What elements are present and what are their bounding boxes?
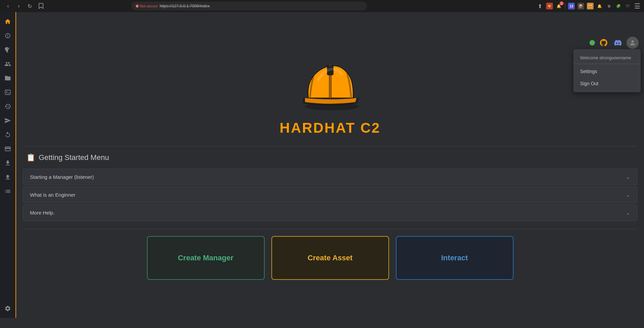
notification-icon[interactable]: 🔔 1 — [556, 3, 562, 9]
sidebar-item-tools[interactable] — [2, 44, 14, 56]
forward-button[interactable]: › — [14, 1, 24, 11]
discord-button[interactable] — [612, 37, 623, 48]
chevron-icon-2: ⌄ — [626, 209, 630, 216]
accordion-item-0: Starting a Manager (listener) ⌄ — [23, 169, 637, 185]
accordion-item-1: What is an Enginner ⌄ — [23, 187, 637, 203]
sidebar-item-settings[interactable] — [2, 302, 14, 315]
monitor-icon[interactable]: 🖥 — [606, 3, 612, 9]
puzzle-icon[interactable]: 🧩 — [615, 3, 622, 9]
user-avatar[interactable] — [627, 37, 639, 49]
interact-card[interactable]: Interact — [396, 236, 514, 280]
brave-icon[interactable]: 🦁 — [546, 3, 553, 9]
sidebar-item-tasks[interactable] — [2, 185, 14, 197]
sidebar-item-home[interactable] — [2, 15, 14, 28]
action-cards: Create Manager Create Asset Interact — [23, 229, 637, 287]
not-secure-label: Not secure — [140, 4, 158, 8]
getting-started-title: 📋 Getting Started Menu — [23, 153, 637, 162]
sidebar-item-terminal[interactable] — [2, 86, 14, 98]
back-button[interactable]: ‹ — [3, 1, 13, 11]
shield-icon[interactable]: 🛡 — [624, 3, 631, 9]
accordion-label-2: More Help. — [30, 210, 54, 216]
menu-icon[interactable]: ☰ — [634, 3, 641, 9]
accordion-header-1[interactable]: What is an Enginner ⌄ — [23, 187, 637, 203]
sidebar-item-users[interactable] — [2, 58, 14, 70]
sidebar-item-listeners[interactable] — [2, 30, 14, 42]
app-container: Welcome strongusername Settings Sign Out — [0, 12, 644, 318]
app-title: HARDHAT C2 — [280, 120, 381, 136]
svg-rect-4 — [329, 64, 332, 66]
sidebar-item-download[interactable] — [2, 157, 14, 169]
getting-started-section: 📋 Getting Started Menu Starting a Manage… — [23, 146, 637, 229]
chevron-icon-1: ⌄ — [626, 192, 630, 198]
hardhat-logo-image — [297, 56, 364, 117]
nav-buttons: ‹ › ↻ — [3, 1, 34, 11]
url-text: https://127.0.0.1:7096/Index — [160, 4, 210, 8]
create-manager-card[interactable]: Create Manager — [147, 236, 265, 280]
create-asset-card[interactable]: Create Asset — [271, 236, 389, 280]
interact-label: Interact — [441, 254, 468, 262]
badge-13-icon[interactable]: 13 — [568, 3, 575, 9]
accordion-header-2[interactable]: More Help. ⌄ — [23, 205, 637, 221]
bookmark-icon[interactable] — [37, 2, 45, 10]
ext2-icon[interactable]: 📦 — [577, 3, 584, 9]
signout-menu-item[interactable]: Sign Out — [573, 77, 641, 90]
notification-badge: 1 — [560, 1, 564, 5]
getting-started-label: Getting Started Menu — [39, 153, 109, 162]
sidebar-item-replay[interactable] — [2, 129, 14, 141]
reload-button[interactable]: ↻ — [25, 1, 34, 11]
svg-text:!: ! — [137, 5, 137, 7]
accordion-item-2: More Help. ⌄ — [23, 204, 637, 221]
github-button[interactable] — [598, 37, 609, 48]
browser-chrome: ‹ › ↻ ! Not secure https://127.0.0.1:709… — [0, 0, 644, 12]
main-content: HARDHAT C2 📋 Getting Started Menu Starti… — [16, 29, 644, 318]
accordion-label-1: What is an Enginner — [30, 192, 75, 198]
sidebar-item-cards[interactable] — [2, 143, 14, 155]
settings-menu-item[interactable]: Settings — [573, 65, 641, 77]
accordion-label-0: Starting a Manager (listener) — [30, 174, 94, 180]
content-wrap: Welcome strongusername Settings Sign Out — [16, 12, 644, 318]
dropdown-welcome: Welcome strongusername — [573, 52, 641, 64]
book-icon: 📋 — [26, 153, 35, 162]
not-secure-indicator: ! Not secure — [136, 4, 158, 8]
chevron-icon-0: ⌄ — [626, 174, 630, 180]
sidebar-item-implants[interactable] — [2, 114, 14, 127]
header-bar — [16, 34, 644, 51]
accordion-header-0[interactable]: Starting a Manager (listener) ⌄ — [23, 169, 637, 185]
sidebar-item-upload[interactable] — [2, 171, 14, 183]
divider — [565, 3, 565, 9]
bell-icon[interactable]: 🔔 — [596, 3, 603, 9]
address-bar[interactable]: ! Not secure https://127.0.0.1:7096/Inde… — [131, 2, 367, 10]
ext3-icon[interactable]: 🐱 — [587, 3, 594, 9]
sidebar-item-files[interactable] — [2, 72, 14, 84]
logo-section: HARDHAT C2 — [23, 49, 637, 146]
sidebar-item-history[interactable] — [2, 100, 14, 112]
create-asset-label: Create Asset — [308, 254, 353, 262]
sidebar — [0, 12, 16, 318]
user-dropdown-menu: Welcome strongusername Settings Sign Out — [573, 49, 641, 92]
browser-extensions: ⬆ 🦁 🔔 1 13 📦 🐱 🔔 🖥 🧩 🛡 ☰ — [537, 3, 641, 9]
status-dot — [590, 40, 595, 45]
create-manager-label: Create Manager — [178, 254, 233, 262]
share-icon[interactable]: ⬆ — [537, 3, 543, 9]
